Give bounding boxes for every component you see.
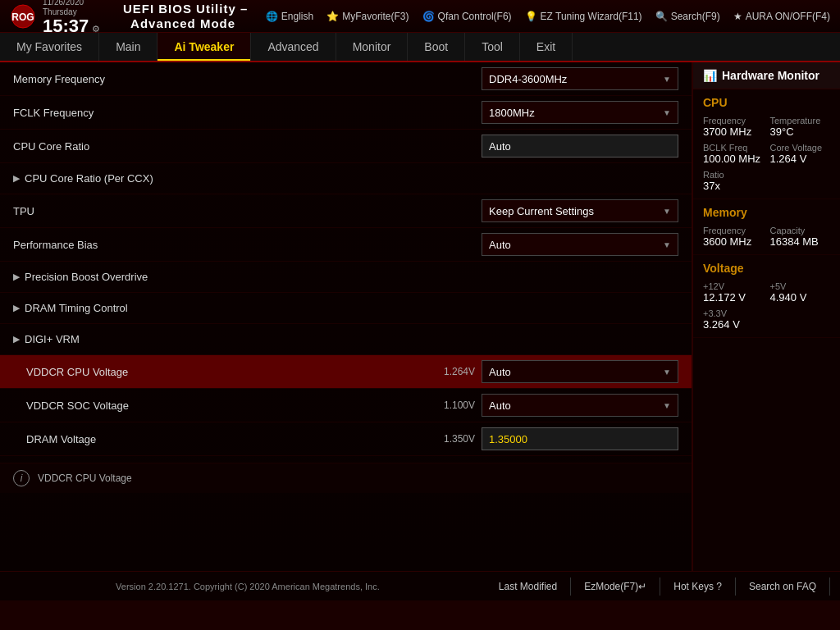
hw-cpu-freq: Frequency 3700 MHz xyxy=(703,116,764,138)
tool-aura[interactable]: ★ AURA ON/OFF(F4) xyxy=(733,11,830,22)
info-icon: i xyxy=(13,470,30,486)
tab-monitor[interactable]: Monitor xyxy=(336,33,409,61)
tool-qfan[interactable]: 🌀 Qfan Control(F6) xyxy=(422,11,512,22)
expand-arrow-ccx: ▶ xyxy=(13,173,20,184)
dropdown-vddcr-cpu[interactable]: Auto ▼ xyxy=(482,360,678,383)
label-fclk-frequency: FCLK Frequency xyxy=(13,107,482,119)
label-precision-boost: ▶ Precision Boost Overdrive xyxy=(13,271,678,283)
version-text: Version 2.20.1271. Copyright (C) 2020 Am… xyxy=(10,582,486,591)
expand-arrow-digi: ▶ xyxy=(13,334,20,345)
footer-hot-keys[interactable]: Hot Keys ? xyxy=(660,578,736,596)
tab-exit[interactable]: Exit xyxy=(520,33,573,61)
tab-advanced[interactable]: Advanced xyxy=(251,33,336,61)
setting-dram-voltage: DRAM Voltage 1.350V 1.35000 xyxy=(0,422,692,456)
settings-panel: Memory Frequency DDR4-3600MHz ▼ FCLK Fre… xyxy=(0,62,692,571)
clock-area: 11/26/2020 Thursday 15:37 ⚙ xyxy=(43,0,100,35)
input-dram-voltage[interactable]: 1.35000 xyxy=(482,427,678,450)
setting-precision-boost[interactable]: ▶ Precision Boost Overdrive xyxy=(0,262,692,293)
hw-cpu-temp-label: Temperature xyxy=(770,116,831,126)
hw-mem-cap-value: 16384 MB xyxy=(770,235,831,248)
label-vddcr-cpu: VDDCR CPU Voltage xyxy=(26,366,426,378)
hw-cpu-ratio-label: Ratio xyxy=(703,170,764,180)
hw-cpu-temp: Temperature 39°C xyxy=(770,116,831,138)
hw-monitor-panel: 📊 Hardware Monitor CPU Frequency 3700 MH… xyxy=(692,62,840,571)
value-vddcr-cpu: 1.264V xyxy=(426,366,475,377)
hw-monitor-title: 📊 Hardware Monitor xyxy=(693,62,840,89)
value-dram-voltage: 1.350V xyxy=(426,433,475,445)
nav-tabs: My Favorites Main Ai Tweaker Advanced Mo… xyxy=(0,33,840,62)
hw-cpu-bclk-label: BCLK Freq xyxy=(703,143,764,153)
tool-english[interactable]: 🌐 English xyxy=(266,11,313,22)
tool-search[interactable]: 🔍 Search(F9) xyxy=(655,11,720,22)
hw-cpu-ratio: Ratio 37x xyxy=(703,170,764,192)
hw-cpu-grid: Frequency 3700 MHz Temperature 39°C BCLK… xyxy=(703,116,830,192)
setting-cpu-core-ratio: CPU Core Ratio Auto xyxy=(0,130,692,163)
dropdown-arrow-soc: ▼ xyxy=(663,401,671,410)
bottom-info-bar: i VDDCR CPU Voltage xyxy=(0,463,692,493)
tab-ai-tweaker[interactable]: Ai Tweaker xyxy=(158,33,251,61)
hw-monitor-icon: 📊 xyxy=(703,69,717,82)
dropdown-tpu[interactable]: Keep Current Settings ▼ xyxy=(482,199,678,222)
footer-actions: Last Modified EzMode(F7)↵ Hot Keys ? Sea… xyxy=(486,578,830,596)
setting-dram-timing[interactable]: ▶ DRAM Timing Control xyxy=(0,293,692,324)
setting-tpu: TPU Keep Current Settings ▼ xyxy=(0,194,692,228)
expand-arrow-dram: ▶ xyxy=(13,303,20,313)
expand-arrow-precision: ▶ xyxy=(13,272,20,282)
tab-tool[interactable]: Tool xyxy=(465,33,520,61)
dropdown-arrow: ▼ xyxy=(663,75,671,84)
hw-cpu-freq-value: 3700 MHz xyxy=(703,126,764,138)
hw-volt-5v: +5V 4.940 V xyxy=(770,281,831,304)
hw-cpu-corevolt: Core Voltage 1.264 V xyxy=(770,143,831,165)
hw-mem-freq-value: 3600 MHz xyxy=(703,235,764,248)
label-cpu-core-ratio: CPU Core Ratio xyxy=(13,140,482,153)
dropdown-arrow-fclk: ▼ xyxy=(663,108,671,117)
hw-section-memory: Memory Frequency 3600 MHz Capacity 16384… xyxy=(693,199,840,255)
hw-section-cpu: CPU Frequency 3700 MHz Temperature 39°C … xyxy=(693,89,840,199)
hw-cpu-temp-value: 39°C xyxy=(770,126,831,138)
hw-mem-cap-label: Capacity xyxy=(770,226,831,235)
setting-digi-vrm[interactable]: ▶ DIGI+ VRM xyxy=(0,324,692,355)
footer-last-modified[interactable]: Last Modified xyxy=(486,578,571,596)
input-cpu-core-ratio[interactable]: Auto xyxy=(482,135,678,158)
tab-boot[interactable]: Boot xyxy=(408,33,465,61)
hw-memory-title: Memory xyxy=(703,206,830,219)
bios-title: UEFI BIOS Utility – Advanced Mode xyxy=(100,2,266,31)
tool-myfavorite[interactable]: ⭐ MyFavorite(F3) xyxy=(326,11,409,22)
dropdown-fclk-frequency[interactable]: 1800MHz ▼ xyxy=(482,101,678,124)
setting-cpu-core-ratio-ccx[interactable]: ▶ CPU Core Ratio (Per CCX) xyxy=(0,163,692,194)
hw-cpu-ratio-value: 37x xyxy=(703,180,764,192)
tab-main[interactable]: Main xyxy=(99,33,158,61)
hw-volt-12v: +12V 12.172 V xyxy=(703,281,764,304)
hw-cpu-bclk: BCLK Freq 100.00 MHz xyxy=(703,143,764,165)
date-display: 11/26/2020 xyxy=(43,0,84,7)
hw-memory-grid: Frequency 3600 MHz Capacity 16384 MB xyxy=(703,226,830,248)
dropdown-arrow-vddcr: ▼ xyxy=(663,368,671,377)
hw-volt-33v: +3.3V 3.264 V xyxy=(703,308,764,331)
tool-ez-tuning[interactable]: 💡 EZ Tuning Wizard(F11) xyxy=(525,11,642,22)
dropdown-performance-bias[interactable]: Auto ▼ xyxy=(482,233,678,256)
tab-my-favorites[interactable]: My Favorites xyxy=(0,33,99,61)
setting-vddcr-soc: VDDCR SOC Voltage 1.100V Auto ▼ xyxy=(0,389,692,422)
svg-text:ROG: ROG xyxy=(11,11,34,23)
hw-cpu-corevolt-value: 1.264 V xyxy=(770,153,831,165)
label-vddcr-soc: VDDCR SOC Voltage xyxy=(26,399,426,412)
label-memory-frequency: Memory Frequency xyxy=(13,73,482,85)
hw-mem-cap: Capacity 16384 MB xyxy=(770,226,831,248)
footer-search-faq[interactable]: Search on FAQ xyxy=(736,578,830,596)
footer-ezmode[interactable]: EzMode(F7)↵ xyxy=(571,578,660,596)
hw-volt-12v-value: 12.172 V xyxy=(703,291,764,304)
rog-logo-svg: ROG xyxy=(10,3,36,30)
hw-section-voltage: Voltage +12V 12.172 V +5V 4.940 V +3.3V … xyxy=(693,255,840,338)
hw-volt-33v-value: 3.264 V xyxy=(703,318,764,331)
rog-logo: ROG xyxy=(10,3,36,30)
header-tools: 🌐 English ⭐ MyFavorite(F3) 🌀 Qfan Contro… xyxy=(266,11,830,22)
dropdown-vddcr-soc[interactable]: Auto ▼ xyxy=(482,394,678,417)
hw-volt-5v-label: +5V xyxy=(770,281,831,291)
hw-voltage-title: Voltage xyxy=(703,262,830,275)
setting-performance-bias: Performance Bias Auto ▼ xyxy=(0,228,692,262)
hw-volt-12v-label: +12V xyxy=(703,281,764,291)
dropdown-memory-frequency[interactable]: DDR4-3600MHz ▼ xyxy=(482,67,678,90)
label-cpu-core-ratio-ccx: ▶ CPU Core Ratio (Per CCX) xyxy=(13,172,678,185)
setting-memory-frequency: Memory Frequency DDR4-3600MHz ▼ xyxy=(0,62,692,96)
hw-volt-5v-value: 4.940 V xyxy=(770,291,831,304)
